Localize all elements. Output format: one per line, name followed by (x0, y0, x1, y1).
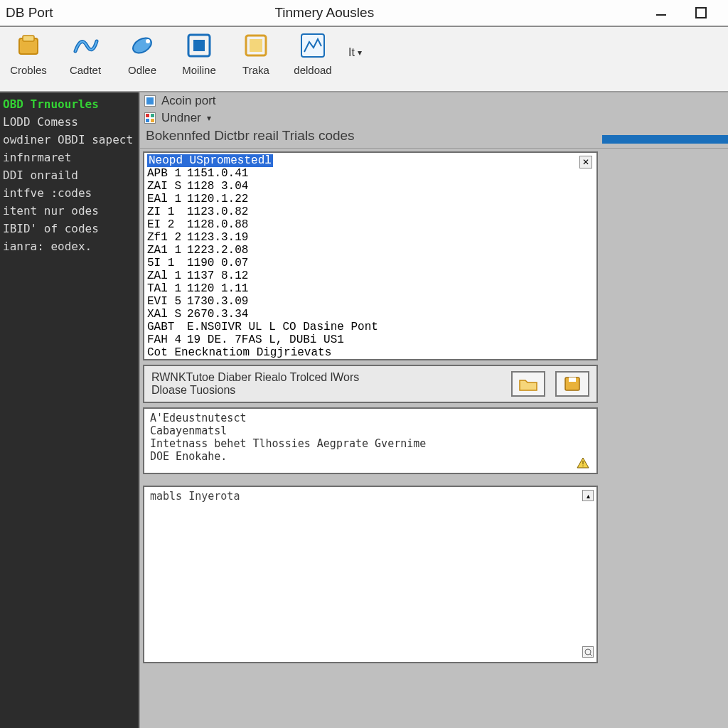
code-row: ZAl 11137 8.12 (147, 269, 594, 282)
main-area: Acoin port Undner ▾ Bokennfed Dictbr rea… (139, 92, 728, 728)
sidebar-item[interactable]: owdiner OBDI sapect odes (0, 131, 139, 149)
notes-text: mabls Inyerota (144, 487, 596, 505)
detail-row: Cabayenmatsl (150, 424, 591, 437)
sidebar-item[interactable]: OBD Trnuourles (0, 95, 139, 113)
app-window: DB Port Tinmery Aousles Crobles Cadtet (0, 0, 728, 728)
sidebar-item[interactable]: ianra: eodex. (0, 237, 139, 255)
svg-rect-1 (696, 8, 706, 18)
svg-point-19 (585, 649, 591, 655)
code-cell: 1123.3.19 (187, 231, 248, 244)
code-cell: ZAl 1 (147, 269, 187, 282)
code-cell: 1190 0.07 (187, 257, 248, 269)
code-cell: 1137 8.12 (187, 269, 248, 282)
code-row: Zf1 21123.3.19 (147, 231, 594, 244)
window-icon (242, 31, 270, 60)
window-controls (653, 4, 710, 21)
toolbar-label: Moiline (182, 64, 216, 76)
code-cell: 1120 1.11 (187, 282, 248, 295)
toolbar-item-deldoad[interactable]: deldoad (291, 31, 334, 76)
breadcrumb-1[interactable]: Acoin port (140, 92, 728, 109)
code-cell: GABT (147, 321, 187, 333)
folder-button[interactable] (511, 371, 545, 397)
code-cell: ZI 1 (147, 205, 187, 218)
code-cell: 1123.0.82 (187, 205, 248, 218)
code-cell: EI 2 (147, 218, 187, 231)
panel-icon (185, 31, 213, 60)
code-cell: 1128.0.88 (187, 218, 248, 231)
code-row: APB 11151.0.41 (147, 167, 594, 180)
code-cell: Zf1 2 (147, 231, 187, 244)
toolbar: Crobles Cadtet Odlee Moiline Traka (0, 27, 728, 92)
code-cell: 1128 3.04 (187, 180, 248, 193)
svg-text:!: ! (581, 460, 585, 468)
svg-line-20 (590, 654, 592, 656)
scroll-up-button[interactable]: ▴ (582, 490, 594, 501)
code-cell: EVI 5 (147, 295, 187, 308)
svg-point-5 (146, 39, 150, 43)
sidebar-item[interactable]: LODD Comess (0, 113, 139, 131)
toolbar-item-traka[interactable]: Traka (235, 31, 277, 76)
code-cell: 5I 1 (147, 257, 187, 269)
code-cell: EAl 1 (147, 193, 187, 205)
code-cell: XAl S (147, 308, 187, 321)
toolbar-dropdown[interactable]: It ▾ (348, 38, 362, 67)
codes-panel: ✕ Neopd USpromestedl APB 11151.0.41ZAI S… (143, 151, 598, 360)
chevron-down-icon: ▾ (358, 48, 362, 58)
code-row: EVI 51730.3.09 (147, 295, 594, 308)
code-row: 5I 11190 0.07 (147, 257, 594, 269)
svg-rect-11 (146, 97, 154, 105)
toolbar-label: Traka (242, 64, 269, 76)
code-row: EAl 11120.1.22 (147, 193, 594, 205)
scroll-corner-icon (582, 646, 594, 658)
code-row: ZA1 11223.2.08 (147, 244, 594, 257)
sidebar-item[interactable]: intfve :codes (0, 184, 139, 202)
code-row: XAl S2670.3.34 (147, 308, 594, 321)
status-strip: RWNKTutoe Diaber Riealo Trolced lWors Dl… (143, 365, 598, 403)
minimize-button[interactable] (653, 4, 670, 21)
sidebar-item[interactable]: IBID' of codes (0, 220, 139, 237)
sidebar-item[interactable]: DDI onraild (0, 166, 139, 184)
code-cell: 2670.3.34 (187, 308, 248, 321)
title-center: Tinmery Aousles (25, 5, 624, 21)
tag-icon (128, 31, 156, 60)
sidebar-item[interactable]: itent nur odes (0, 202, 139, 220)
code-cell: 1120.1.22 (187, 193, 248, 205)
code-cell: 1223.2.08 (187, 244, 248, 257)
code-cell: APB 1 (147, 167, 187, 180)
toolbar-item-crobles[interactable]: Crobles (7, 31, 50, 76)
code-cell: FAH 4 (147, 333, 187, 346)
code-cell: 1730.3.09 (187, 295, 248, 308)
toolbar-item-odlee[interactable]: Odlee (121, 31, 164, 76)
breadcrumb-2[interactable]: Undner ▾ (140, 109, 728, 127)
maximize-button[interactable] (692, 4, 710, 21)
code-row: EI 21128.0.88 (147, 218, 594, 231)
code-row: ZI 11123.0.82 (147, 205, 594, 218)
svg-rect-15 (151, 119, 154, 122)
status-line: RWNKTutoe Diaber Riealo Trolced lWors (151, 371, 359, 384)
svg-rect-3 (23, 36, 34, 41)
detail-row: DOE Enokahe. (150, 450, 591, 463)
status-line: Dloase Tuosions (151, 384, 359, 397)
code-cell: ZAI S (147, 180, 187, 193)
toolbar-label: Cadtet (70, 64, 101, 76)
doc-icon (144, 95, 156, 107)
detail-row: Intetnass behet Tlhossies Aegprate Gvern… (150, 437, 591, 450)
grid-icon (144, 112, 156, 124)
wave-icon (71, 31, 100, 60)
save-button[interactable] (555, 371, 589, 397)
toolbar-item-cadtet[interactable]: Cadtet (64, 31, 107, 76)
box-icon (14, 31, 43, 60)
toolbar-item-moiline[interactable]: Moiline (178, 31, 220, 76)
svg-rect-12 (146, 114, 149, 117)
graph-icon (299, 31, 327, 60)
sidebar-item[interactable]: infnrmaret (0, 149, 139, 166)
titlebar: DB Port Tinmery Aousles (0, 0, 728, 27)
toolbar-dropdown-label: It (348, 46, 355, 59)
chevron-down-icon: ▾ (207, 113, 211, 123)
code-footer: Cot Enecknatiom Digjrievats (147, 346, 594, 359)
toolbar-label: deldoad (294, 64, 331, 76)
notes-panel[interactable]: ▴ mabls Inyerota (143, 486, 598, 663)
close-button[interactable]: ✕ (579, 156, 592, 168)
warning-icon: ! (577, 457, 589, 469)
accent-bar (602, 135, 728, 144)
